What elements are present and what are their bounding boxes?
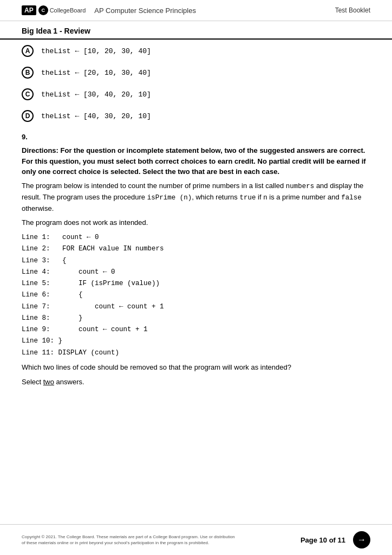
- body3-text: , which returns: [192, 193, 239, 201]
- code-line-2: Line 2: FOR EACH value IN numbers: [22, 243, 370, 255]
- header-left: AP C CollegeBoard AP Computer Science Pr…: [22, 5, 196, 15]
- ap-label: AP: [22, 5, 36, 15]
- select-suffix: answers.: [54, 378, 84, 386]
- copyright-text: Copyright © 2021. The College Board. The…: [22, 534, 238, 546]
- choice-circle-a[interactable]: A: [22, 45, 34, 57]
- isprime-mono: isPrime (n): [147, 194, 192, 202]
- ap-logo: AP C CollegeBoard: [22, 5, 86, 15]
- footer-right: Page 10 of 11 →: [300, 531, 370, 548]
- which-lines-text: Which two lines of code should be remove…: [22, 362, 370, 373]
- answer-choices: A theList ← [10, 20, 30, 40] B theList ←…: [22, 45, 370, 122]
- select-underline: two: [43, 378, 54, 386]
- choice-text-c: theList ← [30, 40, 20, 10]: [41, 91, 151, 99]
- body6-text: otherwise.: [22, 204, 54, 212]
- page-header: AP C CollegeBoard AP Computer Science Pr…: [0, 0, 392, 21]
- code-line-9: Line 9: count ← count + 1: [22, 324, 370, 335]
- choice-circle-c[interactable]: C: [22, 88, 34, 100]
- page-footer: Copyright © 2021. The College Board. The…: [0, 524, 392, 555]
- code-block: Line 1: count ← 0 Line 2: FOR EACH value…: [22, 232, 370, 359]
- question-number: 9.: [22, 133, 370, 141]
- choice-circle-d[interactable]: D: [22, 110, 34, 122]
- choice-text-b: theList ← [20, 10, 30, 40]: [41, 69, 151, 77]
- select-prefix: Select: [22, 378, 43, 386]
- body5-text: is a prime number and: [267, 193, 342, 201]
- code-line-4: Line 4: count ← 0: [22, 267, 370, 278]
- n-mono: n: [263, 194, 267, 202]
- choice-circle-b[interactable]: B: [22, 67, 34, 79]
- directions-text: Directions: For the question or incomple…: [22, 145, 370, 177]
- cb-label: CollegeBoard: [50, 7, 86, 14]
- true-mono: true: [239, 194, 256, 202]
- choice-text-a: theList ← [10, 20, 30, 40]: [41, 47, 151, 55]
- booklet-label: Test Booklet: [335, 7, 370, 14]
- main-content: A theList ← [10, 20, 30, 40] B theList ←…: [0, 40, 392, 396]
- numbers-mono: numbers: [286, 183, 315, 190]
- choice-text-d: theList ← [40, 30, 20, 10]: [41, 112, 151, 120]
- code-line-10: Line 10: }: [22, 335, 370, 347]
- code-line-5: Line 5: IF (isPrime (value)): [22, 278, 370, 289]
- body4-text: if: [256, 193, 263, 201]
- false-mono: false: [341, 194, 362, 202]
- code-line-8: Line 8: }: [22, 313, 370, 324]
- code-line-6: Line 6: {: [22, 289, 370, 301]
- cb-icon: C: [38, 5, 48, 15]
- body1-text: The program below is intended to count t…: [22, 182, 286, 190]
- select-two-text: Select two answers.: [22, 377, 370, 388]
- code-line-3: Line 3: {: [22, 255, 370, 267]
- section-title: Big Idea 1 - Review: [0, 21, 392, 40]
- choice-row-a: A theList ← [10, 20, 30, 40]: [22, 45, 370, 57]
- code-line-1: Line 1: count ← 0: [22, 232, 370, 243]
- code-line-11: Line 11: DISPLAY (count): [22, 347, 370, 359]
- next-page-button[interactable]: →: [353, 531, 370, 548]
- not-work-text: The program does not work as intended.: [22, 217, 370, 229]
- choice-row-b: B theList ← [20, 10, 30, 40]: [22, 67, 370, 79]
- course-title: AP Computer Science Principles: [94, 7, 196, 15]
- question-9: 9. Directions: For the question or incom…: [22, 133, 370, 388]
- question-body-1: The program below is intended to count t…: [22, 180, 370, 215]
- cb-logo: C CollegeBoard: [38, 5, 86, 15]
- code-line-7: Line 7: count ← count + 1: [22, 301, 370, 313]
- page-number: Page 10 of 11: [300, 536, 345, 544]
- choice-row-c: C theList ← [30, 40, 20, 10]: [22, 88, 370, 100]
- choice-row-d: D theList ← [40, 30, 20, 10]: [22, 110, 370, 122]
